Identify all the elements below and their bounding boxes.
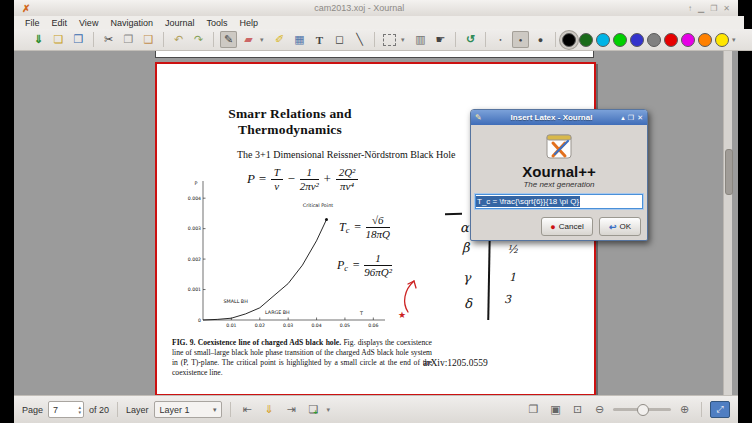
layer-value: Layer 1 — [155, 405, 213, 415]
handwritten-alpha: α — [460, 220, 469, 235]
menu-bar: File Edit View Navigation Journal Tools … — [14, 16, 744, 29]
page-label: Page — [22, 405, 43, 415]
handwritten-beta: β — [462, 240, 470, 255]
dialog-titlebar[interactable]: ✎ Insert Latex - Xournal ▴ ❐ ✕ — [471, 110, 647, 125]
svg-text:0.02: 0.02 — [255, 323, 265, 328]
zoom-slider[interactable] — [613, 408, 671, 411]
pen-tool-button[interactable]: ✎ — [220, 31, 237, 48]
color-red-swatch[interactable] — [664, 33, 678, 47]
add-page-button[interactable]: ❏+ — [305, 401, 322, 418]
text-tool-button[interactable]: T — [311, 31, 328, 48]
red-arrow-stroke — [405, 281, 414, 312]
menu-edit[interactable]: Edit — [47, 17, 73, 29]
copy-button[interactable]: ❐ — [120, 31, 137, 48]
handwritten-divider-stroke — [487, 234, 490, 320]
color-blue-swatch[interactable] — [630, 33, 644, 47]
selection-dropdown-arrow[interactable]: ▾ — [401, 36, 409, 44]
pen-fine-button[interactable]: ● — [492, 31, 509, 48]
default-tool-button[interactable]: ↺ — [462, 31, 479, 48]
color-cyan-swatch[interactable] — [596, 33, 610, 47]
open-folder-icon: ❒ — [74, 33, 84, 46]
latex-input[interactable]: T_c = \frac{\sqrt{6}}{18 \pi Q} — [475, 194, 643, 209]
cancel-button[interactable]: ● Cancel — [541, 217, 593, 236]
close-icon[interactable]: ✕ — [723, 4, 730, 13]
toolbar-separator — [374, 32, 375, 47]
vertical-scrollbar[interactable] — [723, 51, 732, 395]
add-page-dropdown-arrow[interactable]: ▾ — [327, 406, 335, 414]
color-green-swatch[interactable] — [613, 33, 627, 47]
menu-journal[interactable]: Journal — [160, 17, 200, 29]
ruler-line-button[interactable]: ╲ — [351, 31, 368, 48]
toolbar-separator — [93, 32, 94, 47]
redo-button[interactable]: ↷ — [190, 31, 207, 48]
minimize-icon[interactable]: ▁ — [698, 4, 704, 13]
undo-button[interactable]: ↶ — [170, 31, 187, 48]
vertical-space-button[interactable]: ▥ — [412, 31, 429, 48]
last-page-button[interactable]: ⇥ — [283, 401, 300, 418]
pen-thick-button[interactable]: ● — [532, 31, 549, 48]
new-button[interactable]: ❏ — [50, 31, 67, 48]
zoom-fit-button[interactable]: ⊡ — [569, 401, 586, 418]
dialog-maximize-icon[interactable]: ❐ — [628, 114, 634, 122]
scrollbar-thumb[interactable] — [725, 149, 733, 195]
dialog-close-icon[interactable]: ✕ — [637, 114, 643, 122]
dialog-pin-icon[interactable]: ▴ — [621, 114, 625, 122]
menu-help[interactable]: Help — [234, 17, 263, 29]
layer-combobox[interactable]: Layer 1 ▾ — [154, 401, 222, 418]
zoom-out-button[interactable]: ⊖ — [591, 401, 608, 418]
eraser-tool-button[interactable]: ▰ — [240, 31, 257, 48]
color-black-swatch[interactable] — [562, 33, 576, 47]
statusbar-separator — [117, 402, 118, 417]
color-gray-swatch[interactable] — [647, 33, 661, 47]
medium-dot-icon: ● — [519, 37, 523, 43]
color-orange-swatch[interactable] — [698, 33, 712, 47]
copy-icon: ❐ — [124, 33, 134, 46]
svg-text:0.004: 0.004 — [188, 196, 201, 201]
color-yellow-swatch[interactable] — [715, 33, 729, 47]
hand-tool-button[interactable]: ☛ — [432, 31, 449, 48]
first-page-button[interactable]: ⇤ — [239, 401, 256, 418]
color-darkgreen-swatch[interactable] — [579, 33, 593, 47]
page-spinner[interactable]: 7 ▴▾ — [48, 401, 84, 418]
status-bar: Page 7 ▴▾ of 20 Layer Layer 1 ▾ ⇤ ⇓ ⇥ ❏+… — [14, 395, 738, 423]
select-rectangle-button[interactable] — [381, 31, 398, 48]
maximize-icon[interactable]: ❐ — [710, 4, 717, 13]
rollup-icon[interactable]: ↑ — [688, 4, 692, 13]
spin-down-icon[interactable]: ▾ — [79, 410, 82, 415]
highlighter-tool-button[interactable]: ✐ — [271, 31, 288, 48]
menu-tools[interactable]: Tools — [201, 17, 232, 29]
fullscreen-button[interactable]: ⤢ — [710, 401, 730, 418]
open-button[interactable]: ❒ — [70, 31, 87, 48]
image-tool-button[interactable]: ▦ — [291, 31, 308, 48]
dialog-title: Insert Latex - Xournal — [482, 113, 622, 122]
eraser-dropdown-arrow[interactable]: ▾ — [260, 36, 268, 44]
ok-button[interactable]: ↩ OK — [599, 217, 641, 236]
dialog-icon: ✎ — [475, 113, 482, 122]
paired-pages-button[interactable]: ❐ — [525, 401, 542, 418]
color-magenta-swatch[interactable] — [681, 33, 695, 47]
statusbar-separator — [701, 402, 702, 417]
default-tool-icon: ↺ — [466, 33, 475, 46]
zoom-slider-knob[interactable] — [637, 404, 649, 416]
shape-recognizer-icon: ◻ — [335, 33, 344, 46]
menu-file[interactable]: File — [20, 17, 45, 29]
xournal-app-icon: ✗ — [22, 3, 30, 14]
menu-navigation[interactable]: Navigation — [105, 17, 158, 29]
menu-view[interactable]: View — [74, 17, 103, 29]
main-toolbar: ⇓ ❏ ❒ ✂ ❐ ❑ ↶ ↷ ✎ ▰ ▾ ✐ ▦ T ◻ ╲ ▾ ▥ ☛ ↺ … — [14, 29, 752, 51]
toolbar-separator — [485, 32, 486, 47]
shape-recognizer-button[interactable]: ◻ — [331, 31, 348, 48]
color-dropdown-arrow[interactable]: ▾ — [732, 36, 740, 44]
zoom-in-button[interactable]: ⊕ — [676, 401, 693, 418]
cut-button[interactable]: ✂ — [100, 31, 117, 48]
save-button[interactable]: ⇓ — [30, 31, 47, 48]
presentation-mode-button[interactable]: ▣ — [547, 401, 564, 418]
xournalpp-heading: Xournal++ — [471, 163, 647, 180]
pen-medium-button[interactable]: ● — [512, 31, 529, 48]
svg-text:0.03: 0.03 — [283, 323, 293, 328]
next-annotated-page-button[interactable]: ⇓ — [261, 401, 278, 418]
paste-button[interactable]: ❑ — [140, 31, 157, 48]
svg-text:0.001: 0.001 — [188, 287, 201, 292]
hand-icon: ☛ — [436, 33, 446, 46]
window-titlebar: ✗ cam2013.xoj - Xournal ↑ ▁ ❐ ✕ — [14, 0, 738, 17]
